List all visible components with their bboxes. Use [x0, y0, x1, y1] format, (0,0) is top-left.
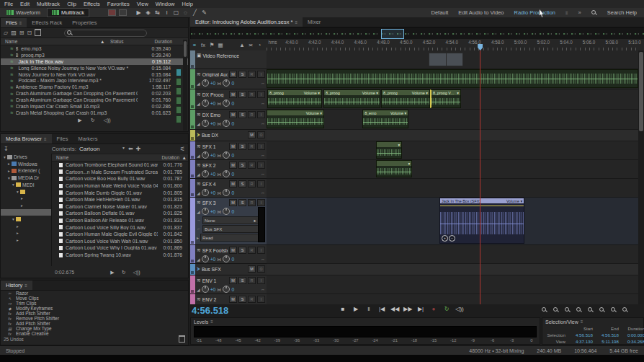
history-item-razor[interactable]: ✂Razor — [1, 291, 188, 296]
disclosure-arrow-icon[interactable]: ▾ — [11, 217, 16, 221]
track-m-button[interactable]: M — [229, 91, 237, 98]
back-arrow-icon[interactable]: ⬅ — [128, 146, 133, 152]
track-header-bus-dx[interactable]: ⮞Bus DXM⊙ — [190, 130, 267, 141]
record-arm-button[interactable]: R — [248, 162, 256, 169]
record-arm-button[interactable]: R — [248, 143, 256, 150]
spot-healing-tool[interactable]: ╱ — [190, 9, 200, 16]
new-item-icon[interactable]: ⊞ — [19, 30, 24, 36]
monitor-button[interactable]: ⊙ — [257, 265, 265, 273]
track-lane-sfx-4[interactable] — [267, 179, 638, 198]
ribbon-icon-1[interactable]: fx — [199, 42, 207, 48]
multitrack-view-button[interactable]: Multitrack — [47, 8, 89, 17]
track-m-button[interactable]: M — [229, 247, 237, 254]
tree-item[interactable]: ▾ — [1, 216, 51, 223]
zoom-in-point-icon[interactable] — [599, 307, 605, 313]
media-row[interactable]: Cartoon voice Boo Hoo Bully 01.wav0:01.7… — [52, 175, 188, 182]
history-item-change-mix-type[interactable]: ▤Change Mix Type — [1, 326, 188, 331]
history-item-move-clips[interactable]: ↖Move Clips — [1, 296, 188, 301]
media-row[interactable]: Cartoon Loud Voice Silly Boy 01.wav0:01.… — [52, 224, 188, 231]
tree-item[interactable]: ▸ — [1, 195, 51, 203]
panel-menu-icon[interactable]: ≡ — [295, 20, 298, 25]
automation-mode-dropdown[interactable]: Read▾ — [200, 234, 265, 242]
track-header-sfx-3[interactable]: ≋SFX 3MSRI◢+0⋈0↔→None▸⚡←Bus SFX▸▸Read▾ — [190, 198, 267, 245]
tree-item[interactable]: ▸ — [1, 230, 51, 237]
volume-knob[interactable] — [202, 100, 209, 107]
input-monitor-button[interactable]: I — [257, 71, 265, 78]
clip-volume-label[interactable]: Volume ▾ — [412, 91, 428, 95]
track-header-dx-emo[interactable]: ≋DX EmoMSRI◢+0⋈0↔ — [190, 110, 267, 130]
history-item-modify-keyframes[interactable]: ◆Modify Keyframes — [1, 306, 188, 311]
track-lane-bus-dx[interactable] — [267, 130, 638, 141]
play-button[interactable]: ▶ — [352, 306, 360, 312]
track-lane-sfx-2[interactable]: ▾ — [267, 160, 638, 179]
track-header-original-audio[interactable]: ≋Original AudioMSRI◢+0⋈0↔ — [190, 69, 267, 89]
disclosure-arrow-icon[interactable]: ▸ — [6, 162, 12, 166]
overview-viewbox[interactable] — [381, 29, 404, 39]
sort-arrow-icon[interactable]: ▲ — [179, 155, 188, 160]
menu-multitrack[interactable]: Multitrack — [37, 1, 60, 7]
column-duration[interactable]: Duration — [151, 155, 179, 160]
workspace-menu-icon[interactable]: ≡ — [565, 11, 568, 15]
ribbon-icon-r2[interactable]: ◔ — [255, 42, 264, 48]
pan-knob[interactable] — [223, 79, 230, 87]
disclosure-arrow-icon[interactable]: ▸ — [19, 196, 24, 200]
media-row[interactable]: Cartoon Human Male Weird Voice Yoda 04.w… — [52, 182, 188, 190]
track-s-button[interactable]: S — [238, 296, 246, 303]
disclosure-arrow-icon[interactable]: ▸ — [15, 224, 20, 229]
disclosure-arrow-icon[interactable]: ▾ — [6, 176, 12, 180]
volume-knob[interactable] — [202, 286, 209, 293]
waveform-view-button[interactable]: Waveform — [2, 9, 45, 17]
preview-play-icon[interactable]: ▶ — [110, 270, 114, 275]
pan-knob[interactable] — [223, 255, 230, 262]
menu-effects[interactable]: Effects — [84, 1, 100, 7]
panel-toggle-icon[interactable] — [108, 9, 116, 16]
files-search-input[interactable] — [64, 30, 147, 37]
column-name[interactable]: Name — [5, 39, 100, 44]
pan-knob[interactable] — [223, 170, 230, 177]
panel-menu-icon[interactable]: ≡ — [24, 283, 27, 288]
track-s-button[interactable]: S — [238, 180, 246, 187]
record-arm-button[interactable]: R — [248, 247, 256, 254]
track-header-bus-sfx[interactable]: ⮞Bus SFXM⊙ — [190, 264, 267, 275]
razor-tool[interactable]: ◈ — [143, 9, 153, 16]
panel-menu-icon[interactable]: ≡ — [210, 319, 213, 324]
panel-menu-icon[interactable]: ≡ — [44, 137, 47, 141]
sort-arrow-icon[interactable]: ▲ — [100, 39, 110, 44]
tree-item[interactable] — [1, 209, 51, 216]
media-row[interactable]: Cartoon Spring Twang 10.wav0:01.876 — [52, 252, 188, 259]
track-s-button[interactable]: S — [238, 247, 246, 254]
auto-play-icon[interactable]: ◁)) — [133, 270, 140, 275]
file-row[interactable]: ≋8_proog.mp30:39.240 — [1, 52, 188, 58]
record-button[interactable]: ● — [429, 306, 438, 312]
file-row[interactable]: ≋_Long Silence Noisy Journey to New York… — [1, 65, 188, 71]
clear-history-icon[interactable] — [179, 335, 185, 343]
audio-clip[interactable]: ▾ — [376, 141, 402, 159]
disclosure-arrow-icon[interactable]: ▸ — [15, 238, 20, 242]
track-header-video-reference[interactable]: ▣Video Reference — [190, 50, 267, 69]
menu-view[interactable]: View — [137, 1, 148, 7]
ribbon-icon-r0[interactable]: ▲ — [238, 42, 246, 48]
disclosure-arrow-icon[interactable]: ▸ — [6, 169, 12, 173]
clip-volume-label[interactable]: ▾ — [457, 91, 459, 95]
tree-item[interactable]: ▸ — [1, 202, 51, 209]
pencil-tool[interactable]: ✎ — [200, 9, 209, 16]
marquee-selection-tool[interactable]: ▢ — [171, 9, 181, 16]
clip-volume-label[interactable]: Volume ▾ — [306, 111, 322, 115]
tree-item-media-dr[interactable]: ▾MEDIA Dr — [1, 175, 51, 182]
disclosure-arrow-icon[interactable]: ▸ — [19, 203, 24, 208]
column-name[interactable]: Name — [56, 155, 151, 160]
track-header-env-2[interactable]: ≋ENV 2MSRI◢+0⋈0↔ — [190, 294, 267, 304]
clip-volume-label[interactable]: Volume ▾ — [390, 111, 406, 115]
input-monitor-button[interactable]: I — [257, 199, 265, 206]
file-row[interactable]: ≋_Jack In The Box.wav0:19.112 — [1, 58, 188, 65]
time-selection-tool[interactable]: I — [162, 9, 171, 16]
mute-button[interactable]: M — [248, 265, 256, 273]
volume-knob[interactable] — [202, 151, 209, 159]
output-dropdown[interactable]: Bus SFX▸ — [202, 225, 265, 233]
track-lane-dx-proog[interactable]: 8_proogVolume ▾8_proogVolume ▾8_proogVol… — [267, 89, 638, 110]
pan-knob[interactable] — [223, 151, 230, 159]
clip-volume-label[interactable]: ▾ — [408, 162, 411, 166]
media-row[interactable]: Cartoon Loud Voice Why I Oughta 01.wav0:… — [52, 244, 188, 252]
track-m-button[interactable]: M — [229, 162, 237, 169]
input-monitor-button[interactable]: I — [257, 247, 265, 254]
